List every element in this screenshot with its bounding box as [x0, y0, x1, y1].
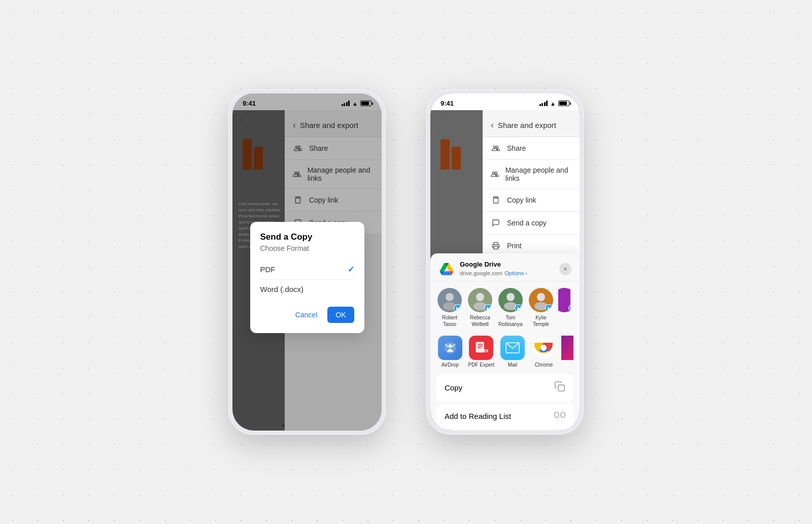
- chrome-label: Chrome: [535, 362, 553, 368]
- avatar-robert-tasso: ▶: [437, 288, 462, 312]
- modal-cancel-button[interactable]: Cancel: [289, 307, 324, 323]
- modal-option-word[interactable]: Word (.docx): [260, 280, 354, 299]
- partial-app-icon: [561, 336, 573, 360]
- send-copy-icon-2: [491, 218, 501, 228]
- share-menu-2-sendcopy[interactable]: Send a copy: [483, 212, 580, 235]
- google-drive-info: Google Drive drive.google.com Options ›: [438, 260, 527, 277]
- share-menu-2-share-text: Share: [507, 144, 526, 152]
- gdrive-details: Google Drive drive.google.com Options ›: [460, 260, 527, 277]
- person-robert-tasso[interactable]: ▶ Robert Tasso: [436, 288, 463, 328]
- svg-point-30: [555, 412, 559, 418]
- phone-1: Com vertici world. ma revo verti inter m…: [228, 89, 386, 435]
- send-copy-dialog: Send a Copy Choose Format PDF ✓ Word (.d…: [250, 222, 364, 333]
- telegram-badge-3: ▶: [515, 304, 523, 312]
- person-name-kylie: Kylie Temple: [528, 314, 554, 328]
- modal-title: Send a Copy: [260, 232, 354, 242]
- print-icon-2: [491, 241, 501, 251]
- people-row: ▶ Robert Tasso ▶ Rebecca Welbett: [430, 282, 580, 332]
- svg-point-28: [540, 345, 547, 351]
- telegram-badge-4: ▶: [545, 304, 553, 312]
- share-icon-2: [491, 143, 501, 153]
- share-menu-2-print-text: Print: [507, 242, 522, 250]
- copy-action-icon: [554, 381, 565, 395]
- gdrive-options[interactable]: Options ›: [504, 270, 527, 276]
- back-arrow-2[interactable]: ‹: [438, 114, 442, 125]
- avatar-kylie-temple: ▶: [529, 288, 553, 312]
- avatar-rebecca-welbett: ▶: [468, 288, 492, 312]
- app-pdf-expert[interactable]: PDF PDF Expert: [468, 336, 495, 368]
- telegram-badge-2: ▶: [484, 304, 492, 312]
- svg-text:PDF: PDF: [481, 349, 488, 353]
- svg-rect-29: [558, 385, 564, 391]
- person-name-robert: Robert Tasso: [436, 314, 463, 328]
- airdrop-label: AirDrop: [442, 362, 459, 368]
- person-tom-robisanya[interactable]: ▶ Tom Robisanya: [497, 288, 524, 328]
- share-menu-2-share[interactable]: Share: [483, 137, 580, 160]
- gdrive-name: Google Drive: [460, 260, 527, 268]
- status-time-2: 9:41: [441, 100, 454, 107]
- copy-link-icon-2: [491, 195, 501, 205]
- svg-rect-3: [494, 197, 497, 199]
- modal-actions: Cancel OK: [260, 307, 354, 323]
- svg-rect-4: [494, 246, 498, 249]
- phone-2-screen: PARTN 9:41 ▲ ‹: [430, 93, 580, 431]
- battery-icon-2: [558, 101, 569, 106]
- phone-1-screen: Com vertici world. ma revo verti inter m…: [232, 93, 382, 431]
- telegram-badge-1: ▶: [454, 304, 462, 312]
- svg-point-31: [561, 412, 565, 418]
- svg-point-14: [506, 293, 515, 301]
- svg-point-8: [446, 293, 454, 301]
- chrome-icon: [531, 336, 556, 360]
- apps-row: AirDrop PDF PDF Expert: [430, 332, 580, 372]
- copy-action[interactable]: Copy: [436, 374, 573, 402]
- modal-option-pdf-label: PDF: [260, 265, 276, 274]
- person-partial: ▶: [558, 288, 570, 328]
- reading-list-action[interactable]: Add to Reading List: [436, 404, 573, 429]
- app-header-2: ‹: [430, 110, 580, 131]
- modal-subtitle: Choose Format: [260, 244, 354, 252]
- google-drive-icon: [438, 261, 455, 277]
- app-airdrop[interactable]: AirDrop: [436, 336, 464, 368]
- app-chrome[interactable]: Chrome: [530, 336, 558, 368]
- share-menu-2-sendcopy-text: Send a copy: [507, 219, 547, 227]
- status-icons-2: ▲: [539, 101, 569, 107]
- share-menu-2-copylink[interactable]: Copy link: [483, 189, 580, 212]
- manage-icon-2: [491, 169, 499, 179]
- reading-list-icon: [554, 411, 565, 421]
- person-name-tom: Tom Robisanya: [497, 314, 524, 328]
- avatar-tom-robisanya: ▶: [498, 288, 523, 312]
- svg-point-11: [476, 293, 484, 301]
- person-kylie-temple[interactable]: ▶ Kylie Temple: [528, 288, 554, 328]
- status-bar-2: 9:41 ▲: [430, 93, 580, 110]
- share-menu-2-copylink-text: Copy link: [507, 196, 536, 204]
- person-rebecca-welbett[interactable]: ▶ Rebecca Welbett: [467, 288, 493, 328]
- wifi-icon-2: ▲: [550, 101, 556, 107]
- app-partial: [561, 336, 573, 368]
- modal-option-pdf[interactable]: PDF ✓: [260, 259, 354, 280]
- doc-logo-2: [441, 139, 461, 170]
- share-sheet-header: Google Drive drive.google.com Options › …: [430, 253, 580, 282]
- svg-point-17: [537, 293, 545, 301]
- person-name-rebecca: Rebecca Welbett: [467, 314, 493, 328]
- share-sheet: Google Drive drive.google.com Options › …: [430, 253, 580, 431]
- modal-ok-button[interactable]: OK: [327, 307, 354, 323]
- modal-overlay: Send a Copy Choose Format PDF ✓ Word (.d…: [232, 93, 382, 431]
- share-sheet-close-button[interactable]: ×: [559, 263, 571, 275]
- logo-bar-2-1: [441, 139, 450, 170]
- pdf-expert-icon: PDF: [469, 336, 493, 360]
- airdrop-icon: [438, 336, 462, 360]
- modal-option-word-label: Word (.docx): [260, 285, 304, 293]
- signal-icon-2: [539, 101, 548, 106]
- share-menu-2-manage[interactable]: Manage people and links: [483, 160, 580, 189]
- copy-action-label: Copy: [445, 383, 462, 392]
- gdrive-url: drive.google.com: [460, 270, 502, 276]
- logo-bar-2-2: [452, 147, 461, 170]
- reading-list-label: Add to Reading List: [445, 412, 511, 420]
- svg-point-21: [448, 344, 452, 348]
- phone-2: PARTN 9:41 ▲ ‹: [426, 89, 584, 435]
- pdf-expert-label: PDF Expert: [468, 362, 494, 368]
- pdf-checkmark: ✓: [348, 265, 354, 274]
- share-menu-2-manage-text: Manage people and links: [505, 166, 571, 182]
- mail-icon: [500, 336, 525, 360]
- app-mail[interactable]: Mail: [499, 336, 526, 368]
